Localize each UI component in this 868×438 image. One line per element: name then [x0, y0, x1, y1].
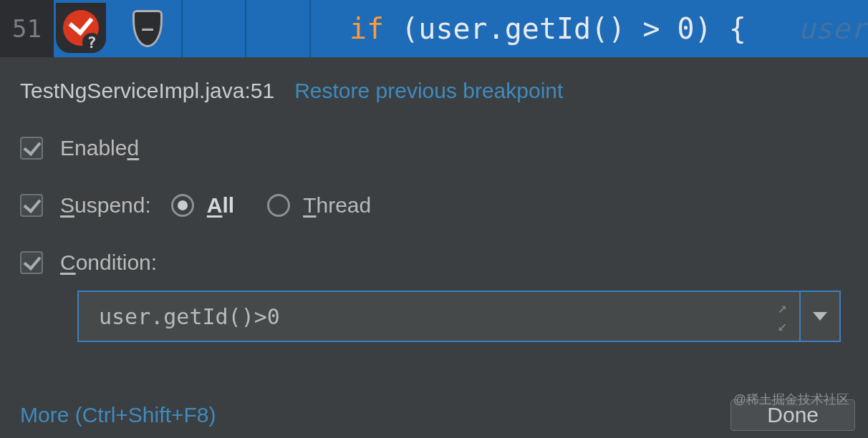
chevron-down-icon [813, 312, 827, 321]
suspend-all-radio[interactable] [171, 194, 194, 217]
more-link[interactable]: More (Ctrl+Shift+F8) [20, 403, 216, 427]
suspend-all-label: All [207, 193, 234, 218]
gutter-line-number: 51 [0, 0, 54, 57]
watermark: @稀土掘金技术社区 [733, 391, 849, 408]
condition-value: user.getId()>0 [99, 304, 280, 329]
condition-label: Condition: [60, 250, 157, 275]
editor-current-line: 51 ? – if (user.getId() > 0) { user [0, 0, 868, 57]
breakpoint-location: TestNgServiceImpl.java:51 [20, 79, 274, 103]
question-badge-icon: ? [82, 33, 101, 52]
condition-checkbox[interactable] [20, 251, 43, 274]
condition-history-dropdown[interactable] [801, 291, 841, 342]
enabled-checkbox[interactable] [20, 137, 43, 160]
breakpoint-icon[interactable]: ? [56, 3, 106, 53]
suspend-checkbox[interactable] [20, 194, 43, 217]
suspend-thread-label: Thread [303, 193, 371, 218]
expand-icon[interactable]: ↗↙ [778, 298, 785, 334]
condition-input[interactable]: user.getId()>0 ↗↙ [77, 291, 801, 342]
suspend-label: Suspend: [60, 193, 151, 218]
breakpoint-panel: TestNgServiceImpl.java:51 Restore previo… [0, 57, 868, 342]
shield-icon[interactable]: – [130, 7, 165, 50]
enabled-label: Enabled [60, 136, 139, 160]
suspend-thread-radio[interactable] [267, 194, 290, 217]
restore-link[interactable]: Restore previous breakpoint [294, 79, 563, 103]
